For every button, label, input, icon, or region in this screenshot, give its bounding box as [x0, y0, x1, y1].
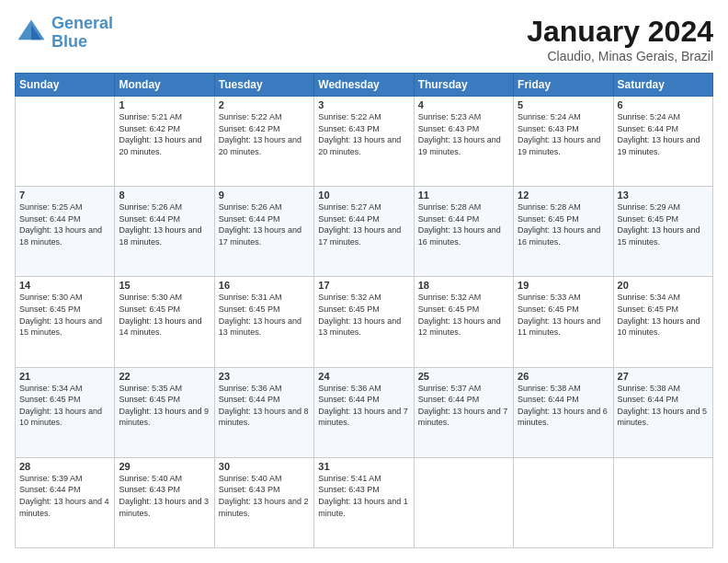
cell-info: Sunrise: 5:23 AMSunset: 6:43 PMDaylight:…	[418, 111, 509, 157]
weekday-tuesday: Tuesday	[214, 74, 313, 97]
weekday-thursday: Thursday	[414, 74, 513, 97]
cell-info: Sunrise: 5:26 AMSunset: 6:44 PMDaylight:…	[119, 201, 210, 247]
calendar-cell: 5Sunrise: 5:24 AMSunset: 6:43 PMDaylight…	[514, 97, 613, 187]
calendar-cell: 22Sunrise: 5:35 AMSunset: 6:45 PMDayligh…	[115, 367, 214, 457]
cell-info: Sunrise: 5:32 AMSunset: 6:45 PMDaylight:…	[318, 292, 409, 338]
cell-info: Sunrise: 5:28 AMSunset: 6:44 PMDaylight:…	[418, 201, 509, 247]
day-number: 1	[119, 99, 210, 110]
day-number: 11	[418, 190, 509, 201]
calendar-cell	[414, 457, 513, 547]
day-number: 20	[618, 280, 709, 291]
cell-info: Sunrise: 5:33 AMSunset: 6:45 PMDaylight:…	[518, 292, 609, 338]
calendar-cell: 4Sunrise: 5:23 AMSunset: 6:43 PMDaylight…	[414, 97, 513, 187]
cell-info: Sunrise: 5:34 AMSunset: 6:45 PMDaylight:…	[618, 292, 709, 338]
day-number: 25	[418, 371, 509, 382]
day-number: 26	[518, 371, 609, 382]
calendar-cell: 23Sunrise: 5:36 AMSunset: 6:44 PMDayligh…	[214, 367, 313, 457]
week-row-3: 21Sunrise: 5:34 AMSunset: 6:45 PMDayligh…	[16, 367, 713, 457]
day-number: 12	[518, 190, 609, 201]
calendar-cell: 2Sunrise: 5:22 AMSunset: 6:42 PMDaylight…	[214, 97, 313, 187]
cell-info: Sunrise: 5:28 AMSunset: 6:45 PMDaylight:…	[518, 201, 609, 247]
day-number: 18	[418, 280, 509, 291]
calendar-cell	[613, 457, 712, 547]
page: General Blue January 2024 Claudio, Minas…	[0, 0, 728, 563]
logo-line2: Blue	[51, 32, 87, 51]
weekday-wednesday: Wednesday	[314, 74, 414, 97]
cell-info: Sunrise: 5:29 AMSunset: 6:45 PMDaylight:…	[618, 201, 709, 247]
cell-info: Sunrise: 5:40 AMSunset: 6:43 PMDaylight:…	[119, 473, 210, 519]
calendar-cell: 24Sunrise: 5:36 AMSunset: 6:44 PMDayligh…	[314, 367, 414, 457]
cell-info: Sunrise: 5:39 AMSunset: 6:44 PMDaylight:…	[19, 473, 110, 519]
week-row-0: 1Sunrise: 5:21 AMSunset: 6:42 PMDaylight…	[16, 97, 713, 187]
calendar-cell: 20Sunrise: 5:34 AMSunset: 6:45 PMDayligh…	[613, 277, 712, 367]
cell-info: Sunrise: 5:22 AMSunset: 6:42 PMDaylight:…	[219, 111, 310, 157]
cell-info: Sunrise: 5:27 AMSunset: 6:44 PMDaylight:…	[318, 201, 409, 247]
calendar-cell: 29Sunrise: 5:40 AMSunset: 6:43 PMDayligh…	[115, 457, 214, 547]
day-number: 7	[19, 190, 110, 201]
calendar-cell: 7Sunrise: 5:25 AMSunset: 6:44 PMDaylight…	[16, 187, 115, 277]
weekday-monday: Monday	[115, 74, 214, 97]
logo-icon	[15, 17, 48, 50]
cell-info: Sunrise: 5:38 AMSunset: 6:44 PMDaylight:…	[618, 383, 709, 429]
calendar-cell	[514, 457, 613, 547]
cell-info: Sunrise: 5:30 AMSunset: 6:45 PMDaylight:…	[19, 292, 110, 338]
location: Claudio, Minas Gerais, Brazil	[527, 49, 713, 63]
calendar-cell: 26Sunrise: 5:38 AMSunset: 6:44 PMDayligh…	[514, 367, 613, 457]
calendar-cell: 10Sunrise: 5:27 AMSunset: 6:44 PMDayligh…	[314, 187, 414, 277]
cell-info: Sunrise: 5:36 AMSunset: 6:44 PMDaylight:…	[318, 383, 409, 429]
cell-info: Sunrise: 5:37 AMSunset: 6:44 PMDaylight:…	[418, 383, 509, 429]
day-number: 15	[119, 280, 210, 291]
calendar-cell: 13Sunrise: 5:29 AMSunset: 6:45 PMDayligh…	[613, 187, 712, 277]
cell-info: Sunrise: 5:25 AMSunset: 6:44 PMDaylight:…	[19, 201, 110, 247]
logo-line1: General	[51, 14, 113, 32]
day-number: 9	[219, 190, 310, 201]
cell-info: Sunrise: 5:36 AMSunset: 6:44 PMDaylight:…	[219, 383, 310, 429]
day-number: 10	[318, 190, 409, 201]
weekday-sunday: Sunday	[16, 74, 115, 97]
day-number: 23	[219, 371, 310, 382]
cell-info: Sunrise: 5:35 AMSunset: 6:45 PMDaylight:…	[119, 383, 210, 429]
day-number: 27	[618, 371, 709, 382]
day-number: 19	[518, 280, 609, 291]
cell-info: Sunrise: 5:38 AMSunset: 6:44 PMDaylight:…	[518, 383, 609, 429]
calendar-cell: 9Sunrise: 5:26 AMSunset: 6:44 PMDaylight…	[214, 187, 313, 277]
cell-info: Sunrise: 5:31 AMSunset: 6:45 PMDaylight:…	[219, 292, 310, 338]
calendar-cell	[16, 97, 115, 187]
calendar-body: 1Sunrise: 5:21 AMSunset: 6:42 PMDaylight…	[16, 97, 713, 548]
cell-info: Sunrise: 5:41 AMSunset: 6:43 PMDaylight:…	[318, 473, 409, 519]
day-number: 14	[19, 280, 110, 291]
weekday-friday: Friday	[514, 74, 613, 97]
calendar-cell: 31Sunrise: 5:41 AMSunset: 6:43 PMDayligh…	[314, 457, 414, 547]
calendar-cell: 18Sunrise: 5:32 AMSunset: 6:45 PMDayligh…	[414, 277, 513, 367]
calendar-cell: 21Sunrise: 5:34 AMSunset: 6:45 PMDayligh…	[16, 367, 115, 457]
day-number: 5	[518, 99, 609, 110]
calendar-cell: 11Sunrise: 5:28 AMSunset: 6:44 PMDayligh…	[414, 187, 513, 277]
cell-info: Sunrise: 5:24 AMSunset: 6:44 PMDaylight:…	[618, 111, 709, 157]
calendar-cell: 6Sunrise: 5:24 AMSunset: 6:44 PMDaylight…	[613, 97, 712, 187]
day-number: 8	[119, 190, 210, 201]
month-title: January 2024	[527, 15, 713, 49]
calendar-cell: 3Sunrise: 5:22 AMSunset: 6:43 PMDaylight…	[314, 97, 414, 187]
calendar-cell: 19Sunrise: 5:33 AMSunset: 6:45 PMDayligh…	[514, 277, 613, 367]
calendar-cell: 16Sunrise: 5:31 AMSunset: 6:45 PMDayligh…	[214, 277, 313, 367]
calendar-cell: 17Sunrise: 5:32 AMSunset: 6:45 PMDayligh…	[314, 277, 414, 367]
day-number: 22	[119, 371, 210, 382]
cell-info: Sunrise: 5:24 AMSunset: 6:43 PMDaylight:…	[518, 111, 609, 157]
calendar-table: SundayMondayTuesdayWednesdayThursdayFrid…	[15, 73, 713, 548]
weekday-header: SundayMondayTuesdayWednesdayThursdayFrid…	[16, 74, 713, 97]
calendar-cell: 30Sunrise: 5:40 AMSunset: 6:43 PMDayligh…	[214, 457, 313, 547]
day-number: 28	[19, 461, 110, 472]
calendar-cell: 14Sunrise: 5:30 AMSunset: 6:45 PMDayligh…	[16, 277, 115, 367]
cell-info: Sunrise: 5:32 AMSunset: 6:45 PMDaylight:…	[418, 292, 509, 338]
day-number: 3	[318, 99, 409, 110]
title-block: January 2024 Claudio, Minas Gerais, Braz…	[527, 15, 713, 63]
day-number: 2	[219, 99, 310, 110]
logo-text: General Blue	[51, 15, 113, 52]
week-row-1: 7Sunrise: 5:25 AMSunset: 6:44 PMDaylight…	[16, 187, 713, 277]
calendar-cell: 25Sunrise: 5:37 AMSunset: 6:44 PMDayligh…	[414, 367, 513, 457]
day-number: 13	[618, 190, 709, 201]
cell-info: Sunrise: 5:26 AMSunset: 6:44 PMDaylight:…	[219, 201, 310, 247]
logo: General Blue	[15, 15, 113, 52]
week-row-2: 14Sunrise: 5:30 AMSunset: 6:45 PMDayligh…	[16, 277, 713, 367]
day-number: 17	[318, 280, 409, 291]
